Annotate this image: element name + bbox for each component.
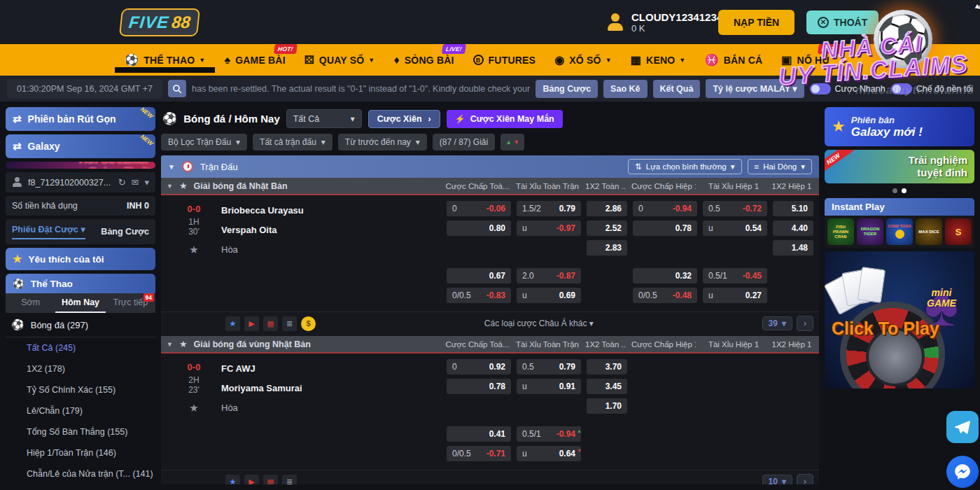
odds-cell[interactable]: u0.64▼ — [517, 446, 581, 461]
odds-cell[interactable]: 0-0.06 — [447, 201, 511, 216]
odds-cell[interactable]: 1.48 — [773, 240, 813, 255]
lineup-icon[interactable]: ≣ — [282, 316, 297, 331]
statistics-icon[interactable]: ▦ — [263, 475, 278, 485]
mini-game-banner[interactable]: ♠ miniGAME Click To Play — [825, 251, 974, 388]
odds-cell[interactable]: 2.83 — [587, 240, 627, 255]
nav-item-quay-so[interactable]: ⚄QUAY SỐ▼ — [304, 55, 375, 66]
favorite-star-icon[interactable]: ★ — [179, 339, 188, 349]
galaxy-version-button[interactable]: ⇄GalaxyNEW — [6, 134, 155, 158]
messenger-button[interactable] — [946, 456, 979, 488]
coin-icon[interactable]: $ — [301, 316, 316, 331]
league-filter-select[interactable]: Tất Cả▾ — [286, 109, 362, 128]
nav-item-xo-so[interactable]: ◉XỔ SỐ▼ — [554, 55, 612, 66]
experience-promo-banner[interactable]: NEW Trải nghiệm tuyệt đỉnh — [825, 150, 974, 183]
nav-item-futures[interactable]: BFUTURES — [473, 55, 536, 66]
odds-cell[interactable]: 0.5-0.72 — [703, 201, 767, 216]
market-item[interactable]: Lẻ/Chẵn (179) — [6, 400, 155, 421]
market-item[interactable]: Tỷ Số Chính Xác (155) — [6, 379, 155, 400]
odds-cell[interactable]: 0/0.5-0.48 — [633, 288, 697, 303]
odds-cell[interactable]: 0.50.79 — [517, 359, 581, 374]
odds-cell[interactable]: 2.0-0.87 — [517, 268, 581, 284]
odds-cell[interactable]: u0.69 — [517, 288, 581, 303]
odds-cell[interactable]: 0.78 — [447, 379, 511, 394]
chevron-down-icon[interactable]: ▼ — [167, 183, 173, 190]
market-item[interactable]: Hiệp 1/Toàn Trận (146) — [6, 442, 155, 463]
lucky-parlay-button[interactable]: ⚡Cược Xiên May Mắn — [447, 110, 563, 128]
odds-cell[interactable]: 4.40 — [773, 220, 813, 236]
next-page-button[interactable]: › — [797, 474, 813, 484]
tab-hom-nay[interactable]: Hôm Nay — [55, 293, 105, 313]
odds-cell[interactable]: 0-0.94 — [633, 201, 697, 216]
view-mode-select[interactable]: ⇅Lựa chọn bình thường▾ — [628, 159, 741, 174]
odds-cell[interactable]: 0.78 — [633, 220, 697, 236]
all-matches-dropdown[interactable]: Tất cả trận đấu▾ — [253, 134, 332, 150]
lineup-icon[interactable]: ≣ — [282, 475, 297, 485]
toggle-switch[interactable] — [810, 83, 831, 94]
favorite-icon-button[interactable]: ★ — [225, 475, 240, 485]
odds-cell[interactable]: u0.27 — [703, 288, 767, 303]
favorite-star-icon[interactable]: ★ — [179, 181, 188, 191]
bet-slip-tab[interactable]: Phiếu Đặt Cược ▾ — [12, 224, 85, 239]
game-tile-fish-prawn-crab[interactable]: FISH PRAWN CRAB — [827, 218, 854, 245]
odds-cell[interactable]: 0.5/1-0.94▲ — [517, 426, 581, 442]
sports-section-header[interactable]: ⚽ Thể Thao ▲ — [6, 274, 155, 293]
compact-version-button[interactable]: ⇄Phiên bản Rút GọnNEW — [6, 107, 155, 131]
dark-mode-toggle[interactable]: Chế độ nền tối — [891, 83, 973, 94]
logout-button[interactable]: ✕ THOÁT — [806, 10, 878, 34]
game-tile-xoc-dia[interactable]: S — [945, 218, 972, 245]
favorite-star-icon[interactable]: ★ — [189, 402, 198, 414]
user-id-row[interactable]: f8_7129102000327... ↻ ✉ ▾ — [6, 172, 155, 192]
results-button[interactable]: Kết Quả — [653, 80, 701, 98]
odds-cell[interactable]: 0.41 — [447, 426, 511, 442]
odds-cell[interactable]: 0.32 — [633, 268, 697, 284]
time-range-dropdown[interactable]: Từ trước đến nay▾ — [338, 134, 427, 150]
nav-item-no-hu[interactable]: ▣NỔ HŨHOT! — [781, 55, 829, 66]
game-tile-max-dice[interactable]: MAX DICE — [916, 218, 942, 245]
odds-cell[interactable]: 0/0.5-0.83 — [447, 288, 511, 303]
odds-cell[interactable]: u-0.97 — [517, 220, 581, 236]
chevron-down-icon[interactable]: ▼ — [168, 163, 175, 171]
live-stream-icon[interactable]: ▶ — [244, 475, 259, 485]
carousel-dots[interactable] — [825, 187, 974, 195]
mail-icon[interactable]: ✉ — [132, 177, 139, 188]
odds-cell[interactable]: 1.5/20.79 — [517, 201, 581, 216]
favorite-star-icon[interactable]: ★ — [189, 244, 198, 256]
nav-item-game-bai[interactable]: ♠GAME BÀIHOT! — [224, 55, 285, 66]
click-to-play-label[interactable]: Click To Play — [832, 318, 939, 339]
galaxy-promo-banner[interactable]: ★ Phiên bản Galaxy mới ! — [825, 107, 974, 146]
user-block[interactable]: CLOUDY12341234 0 K — [606, 11, 722, 34]
tab-truc-tiep[interactable]: Trực tiếp94 — [106, 293, 155, 313]
sport-football-row[interactable]: ⚽ Bóng đá (297) — [6, 313, 155, 337]
nav-item-ban-ca[interactable]: ♓BẮN CÁ — [704, 55, 762, 66]
bet-list-button[interactable]: Bảng Cược — [536, 80, 598, 98]
telegram-button[interactable] — [946, 411, 979, 443]
game-tile-dragon-tiger[interactable]: DRAGON TIGER — [857, 218, 883, 245]
deposit-button[interactable]: NẠP TIỀN — [718, 10, 794, 35]
market-item[interactable]: 1X2 (178) — [6, 358, 155, 379]
next-page-button[interactable]: › — [797, 316, 813, 331]
market-count-select[interactable]: 39▾ — [762, 316, 792, 330]
parlay-button[interactable]: Cược Xiên› — [368, 110, 440, 128]
odds-cell[interactable]: 1.70 — [587, 398, 627, 414]
odds-cell[interactable]: 2.52 — [587, 220, 627, 236]
statement-button[interactable]: Sao Kê — [603, 80, 647, 98]
market-item[interactable]: Chẵn/Lẻ của Nửa trận (T... (141) — [6, 463, 155, 484]
market-count-select[interactable]: 10▾ — [762, 475, 792, 484]
instant-play-header[interactable]: Instant Play ▲ — [825, 198, 974, 216]
odds-cell[interactable]: 0.80 — [447, 220, 511, 236]
odds-cell[interactable]: 3.70 — [587, 359, 627, 374]
odds-cell[interactable]: u0.91 — [517, 379, 581, 394]
rows-mode-select[interactable]: ≡Hai Dòng▾ — [748, 159, 812, 174]
nav-item-keno[interactable]: ▦KENO▼ — [631, 55, 686, 66]
hot-streamer-banner[interactable]: Hot Streamer Tường Thuật — [6, 162, 155, 169]
chevron-down-icon[interactable]: ▾ — [144, 177, 149, 188]
odds-type-select[interactable]: Tỷ lệ cược MALAY ▾ — [706, 79, 804, 98]
sort-button[interactable]: ▲▼ — [500, 134, 524, 150]
quick-bet-toggle[interactable]: Cược Nhanh — [810, 83, 886, 94]
odds-cell[interactable]: 0/0.5-0.71 — [447, 446, 511, 461]
favorite-icon-button[interactable]: ★ — [225, 316, 240, 331]
market-item[interactable]: Tất Cả (245) — [6, 337, 155, 358]
statistics-icon[interactable]: ▦ — [263, 316, 278, 331]
search-button[interactable] — [168, 80, 186, 97]
game-tile-coin-toss[interactable]: COIN TOSS — [886, 218, 913, 245]
